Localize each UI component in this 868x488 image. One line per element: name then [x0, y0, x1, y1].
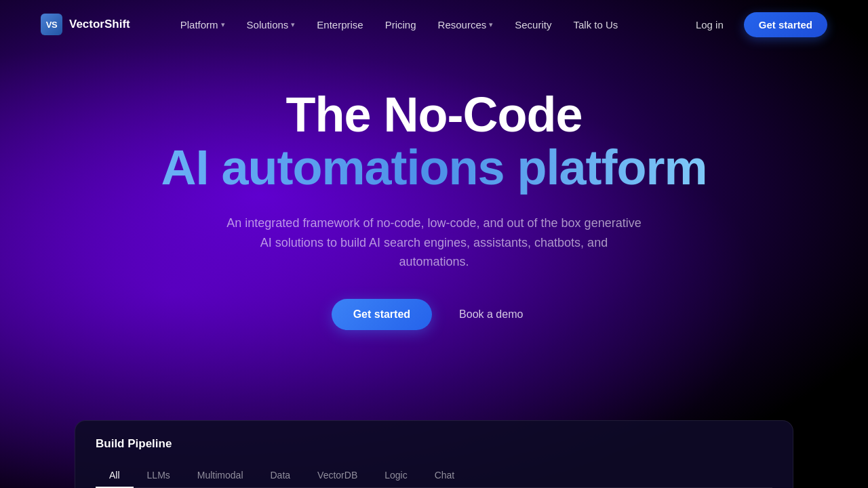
nav-item-solutions[interactable]: Solutions ▾ [237, 14, 305, 36]
nav-item-platform[interactable]: Platform ▾ [171, 14, 235, 36]
tab-all[interactable]: All [96, 463, 134, 487]
tab-vectordb[interactable]: VectorDB [304, 463, 371, 487]
nav-talk-label: Talk to Us [573, 19, 618, 30]
nav-item-pricing[interactable]: Pricing [376, 14, 426, 36]
nav-links: Platform ▾ Solutions ▾ Enterprise Pricin… [171, 14, 686, 36]
logo[interactable]: VS VectorShift [41, 14, 130, 35]
book-demo-button[interactable]: Book a demo [446, 299, 536, 330]
bottom-panel: Build Pipeline All LLMs Multimodal Data … [75, 420, 793, 488]
logo-name: VectorShift [69, 18, 130, 31]
chevron-down-icon: ▾ [221, 20, 225, 29]
nav-pricing-label: Pricing [385, 19, 416, 30]
hero-buttons: Get started Book a demo [332, 299, 537, 330]
nav-item-talk[interactable]: Talk to Us [564, 14, 627, 36]
hero-subtitle: An integrated framework of no-code, low-… [224, 214, 644, 272]
hero-section: The No-Code AI automations platform An i… [0, 49, 868, 330]
nav-enterprise-label: Enterprise [317, 19, 363, 30]
get-started-hero-button[interactable]: Get started [332, 299, 432, 330]
logo-icon: VS [41, 14, 62, 35]
chevron-down-icon: ▾ [291, 20, 295, 29]
login-button[interactable]: Log in [686, 14, 733, 36]
panel-title: Build Pipeline [96, 437, 772, 451]
nav-resources-label: Resources [438, 19, 487, 30]
nav-item-resources[interactable]: Resources ▾ [429, 14, 503, 36]
chevron-down-icon: ▾ [489, 20, 493, 29]
tab-data[interactable]: Data [257, 463, 304, 487]
tab-chat[interactable]: Chat [421, 463, 469, 487]
nav-item-security[interactable]: Security [505, 14, 561, 36]
nav-auth: Log in Get started [686, 12, 827, 37]
nav-item-enterprise[interactable]: Enterprise [307, 14, 372, 36]
hero-title: The No-Code AI automations platform [161, 89, 707, 195]
tab-logic[interactable]: Logic [371, 463, 420, 487]
nav-solutions-label: Solutions [247, 19, 289, 30]
hero-title-line2: AI automations platform [161, 141, 707, 195]
navbar: VS VectorShift Platform ▾ Solutions ▾ En… [0, 0, 868, 49]
get-started-nav-button[interactable]: Get started [744, 12, 827, 37]
nav-security-label: Security [515, 19, 551, 30]
nav-platform-label: Platform [180, 19, 218, 30]
panel-tabs: All LLMs Multimodal Data VectorDB Logic … [96, 463, 772, 488]
hero-title-line1: The No-Code [161, 89, 707, 141]
tab-llms[interactable]: LLMs [134, 463, 184, 487]
tab-multimodal[interactable]: Multimodal [184, 463, 257, 487]
